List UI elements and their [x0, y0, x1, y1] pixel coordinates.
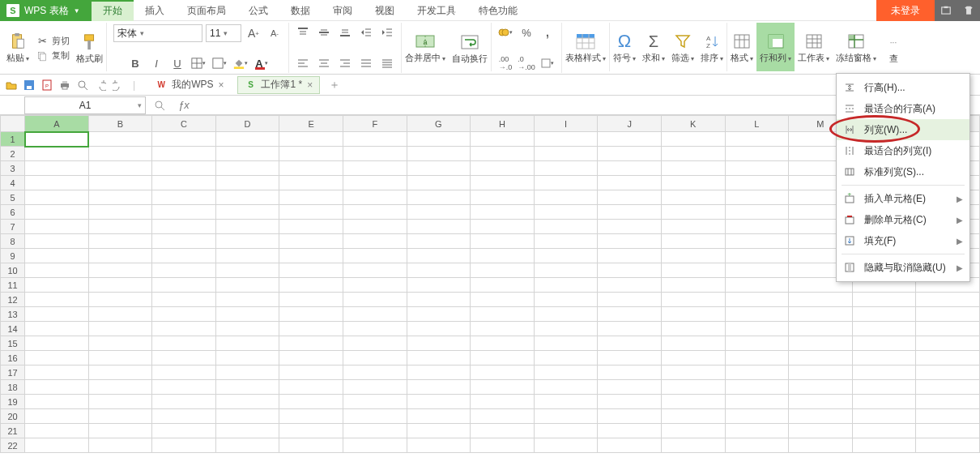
row-header-6[interactable]: 6 [1, 205, 25, 220]
cell[interactable] [916, 293, 980, 307]
cell[interactable] [25, 380, 89, 395]
cell[interactable] [661, 322, 725, 336]
row-header-8[interactable]: 8 [1, 234, 25, 249]
cell[interactable] [407, 132, 471, 147]
cell[interactable] [598, 438, 662, 453]
cell[interactable] [661, 176, 725, 190]
cell[interactable] [279, 395, 343, 409]
cell[interactable] [725, 380, 789, 395]
cell[interactable] [215, 176, 279, 190]
cell[interactable] [598, 234, 662, 249]
cell[interactable] [598, 409, 662, 424]
doc-tab-close[interactable]: × [307, 79, 313, 91]
cell[interactable] [916, 380, 980, 395]
cell[interactable] [852, 424, 916, 438]
cell[interactable] [725, 351, 789, 366]
col-header-J[interactable]: J [598, 116, 662, 132]
paste-button[interactable]: 粘贴▾ [3, 23, 32, 71]
cell[interactable] [471, 322, 535, 336]
new-tab-button[interactable]: ＋ [326, 77, 343, 93]
menu-item[interactable]: +插入单元格(E)▶ [837, 188, 969, 209]
cell[interactable] [215, 322, 279, 336]
cell[interactable] [343, 220, 407, 234]
cell[interactable] [25, 234, 89, 249]
select-all-corner[interactable] [1, 116, 25, 132]
align-top-button[interactable] [294, 24, 312, 41]
cell[interactable] [152, 234, 216, 249]
copy-button[interactable]: 复制 [36, 49, 70, 62]
open-button[interactable] [3, 77, 19, 93]
cell[interactable] [471, 366, 535, 380]
cell[interactable] [789, 438, 853, 453]
tshirt-button[interactable] [957, 0, 980, 21]
cell[interactable] [852, 307, 916, 322]
cell[interactable] [789, 395, 853, 409]
cell[interactable] [661, 409, 725, 424]
format-painter-button[interactable]: 格式刷 [73, 23, 107, 71]
cell[interactable] [88, 278, 152, 293]
col-header-C[interactable]: C [152, 116, 216, 132]
cell[interactable] [88, 263, 152, 278]
cell[interactable] [471, 220, 535, 234]
cell[interactable] [661, 205, 725, 220]
cell[interactable] [215, 234, 279, 249]
align-right-button[interactable] [336, 55, 354, 71]
cell[interactable] [279, 307, 343, 322]
cell[interactable] [725, 161, 789, 176]
font-size-select[interactable]: 11▾ [206, 24, 241, 42]
cut-button[interactable]: ✂ 剪切 [36, 35, 70, 48]
cell[interactable] [343, 424, 407, 438]
row-header-1[interactable]: 1 [1, 132, 25, 147]
cell[interactable] [661, 438, 725, 453]
cell[interactable] [407, 205, 471, 220]
cell[interactable] [598, 307, 662, 322]
cell[interactable] [534, 278, 598, 293]
cell[interactable] [215, 336, 279, 351]
cell[interactable] [916, 322, 980, 336]
cell[interactable] [279, 438, 343, 453]
align-bottom-button[interactable] [336, 24, 354, 41]
justify-button[interactable] [357, 55, 375, 71]
cell[interactable] [88, 336, 152, 351]
cell[interactable] [916, 424, 980, 438]
cell[interactable] [471, 132, 535, 147]
cell[interactable] [471, 351, 535, 366]
cell[interactable] [534, 147, 598, 161]
cell[interactable] [25, 366, 89, 380]
sort-button[interactable]: AZ 排序▾ [697, 23, 727, 71]
cell[interactable] [407, 161, 471, 176]
cell[interactable] [407, 293, 471, 307]
cell[interactable] [725, 176, 789, 190]
underline-button[interactable]: U [168, 55, 186, 71]
app-menu[interactable]: S WPS 表格 ▼ [0, 0, 92, 21]
fill-color-button[interactable]: ▾ [232, 55, 249, 71]
row-header-18[interactable]: 18 [1, 380, 25, 395]
currency-button[interactable]: ▾ [496, 24, 514, 41]
cell[interactable] [215, 263, 279, 278]
cell[interactable] [661, 366, 725, 380]
cell[interactable] [215, 220, 279, 234]
cell[interactable] [789, 307, 853, 322]
cell[interactable] [725, 424, 789, 438]
cell[interactable] [279, 132, 343, 147]
cell[interactable] [25, 409, 89, 424]
cell[interactable] [279, 351, 343, 366]
cell[interactable] [789, 351, 853, 366]
cell[interactable] [471, 234, 535, 249]
cell[interactable] [407, 190, 471, 205]
doc-tab[interactable]: W我的WPS× [148, 76, 231, 94]
cell[interactable] [661, 424, 725, 438]
menu-item[interactable]: 删除单元格(C)▶ [837, 209, 969, 230]
cell[interactable] [852, 366, 916, 380]
row-header-11[interactable]: 11 [1, 278, 25, 293]
cell[interactable] [279, 190, 343, 205]
all-borders-button[interactable]: ▾ [211, 55, 228, 71]
cell[interactable] [598, 322, 662, 336]
row-header-5[interactable]: 5 [1, 190, 25, 205]
export-pdf-button[interactable]: P [39, 77, 55, 93]
row-header-3[interactable]: 3 [1, 161, 25, 176]
cell[interactable] [88, 220, 152, 234]
cell[interactable] [534, 249, 598, 263]
cell[interactable] [534, 395, 598, 409]
cell[interactable] [852, 322, 916, 336]
